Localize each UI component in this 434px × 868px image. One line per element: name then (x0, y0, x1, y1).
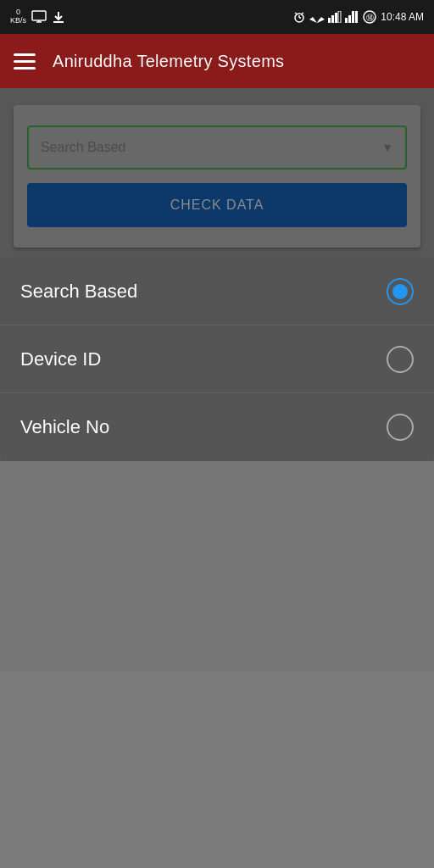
status-left: 0 KB/s (10, 8, 65, 25)
svg-rect-13 (331, 15, 334, 23)
svg-line-8 (295, 13, 298, 14)
signal-icon-2 (345, 11, 359, 23)
dropdown-item-label-search-based: Search Based (20, 281, 137, 303)
dropdown-menu: Search Based Device ID Vehicle No (0, 258, 434, 461)
hamburger-menu-button[interactable] (14, 53, 36, 70)
svg-rect-16 (345, 18, 348, 23)
radio-button-vehicle-no (387, 414, 414, 441)
radio-button-device-id (387, 346, 414, 373)
main-content: Search Based ▼ Check Data Search Based D… (0, 88, 434, 264)
dropdown-overlay (0, 88, 434, 264)
radio-button-search-based (387, 278, 414, 305)
wifi-icon (309, 11, 325, 23)
time-display: 10:48 AM (381, 11, 424, 23)
svg-rect-15 (338, 11, 341, 23)
svg-rect-14 (335, 13, 337, 23)
svg-line-9 (301, 13, 303, 14)
signal-icon (328, 11, 342, 23)
dropdown-item-device-id[interactable]: Device ID (0, 326, 434, 393)
alarm-icon (292, 10, 306, 24)
svg-marker-10 (309, 17, 325, 23)
svg-rect-0 (32, 11, 46, 20)
svg-text:⑭: ⑭ (366, 14, 374, 22)
data-speed: 0 KB/s (10, 8, 26, 25)
dropdown-item-label-vehicle-no: Vehicle No (20, 416, 109, 438)
status-right: ⑭ 10:48 AM (292, 9, 424, 25)
download-icon (52, 10, 65, 24)
svg-rect-19 (355, 11, 358, 23)
status-bar: 0 KB/s (0, 0, 434, 34)
app-bar-title: Aniruddha Telemetry Systems (53, 52, 284, 71)
monitor-icon (31, 10, 47, 24)
svg-rect-18 (352, 11, 354, 23)
dropdown-item-label-device-id: Device ID (20, 348, 101, 370)
svg-rect-12 (328, 18, 331, 23)
battery-icon: ⑭ (362, 9, 377, 25)
dropdown-item-vehicle-no[interactable]: Vehicle No (0, 393, 434, 461)
app-bar: Aniruddha Telemetry Systems (0, 34, 434, 88)
svg-rect-17 (348, 15, 351, 23)
dropdown-item-search-based[interactable]: Search Based (0, 258, 434, 326)
